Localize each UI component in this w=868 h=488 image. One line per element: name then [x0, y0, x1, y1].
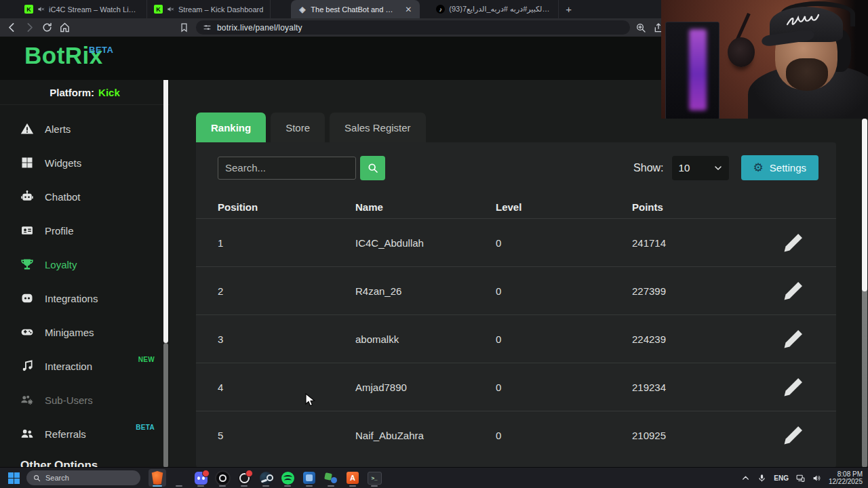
taskbar-app-steelseries[interactable]: [214, 469, 231, 487]
bookmark-icon[interactable]: [179, 22, 189, 33]
settings-label: Settings: [770, 162, 806, 174]
sidebar-item-sub-users[interactable]: Sub-Users: [0, 383, 170, 417]
url-text[interactable]: botrix.live/panel/loyalty: [217, 23, 302, 33]
gear-icon: ⚙: [753, 162, 764, 174]
sidebar-item-chatbot[interactable]: Chatbot: [0, 180, 170, 214]
main-content: RankingStoreSales Register Show: 10: [170, 80, 868, 468]
taskbar-search-icon: [33, 474, 41, 482]
chevron-down-icon: [714, 164, 722, 172]
sidebar-item-minigames[interactable]: Minigames: [0, 315, 170, 349]
tune-icon[interactable]: [203, 23, 212, 32]
notification-badge: [245, 470, 253, 477]
taskbar-app-brave[interactable]: [149, 469, 166, 487]
kick-favicon-icon: K: [154, 5, 163, 14]
sidebar-item-integrations[interactable]: Integrations: [0, 281, 170, 315]
sidebar-scrollbar-track[interactable]: [163, 343, 168, 468]
taskbar-app-photos[interactable]: [300, 469, 318, 487]
sidebar-item-interaction[interactable]: InteractionNEW: [0, 349, 170, 383]
music-icon: [20, 359, 34, 373]
taskbar-app-discord[interactable]: [192, 469, 210, 487]
page-scrollbar[interactable]: [861, 80, 868, 468]
cell-points: 241714: [632, 237, 781, 249]
users-icon: [20, 427, 34, 441]
network-icon[interactable]: [796, 474, 805, 483]
forward-icon[interactable]: [24, 22, 35, 33]
clock-time: 8:08 PM: [829, 470, 863, 478]
column-header: Name: [355, 201, 496, 213]
sidebar-item-referrals[interactable]: ReferralsBETA: [0, 417, 170, 451]
taskbar-app-steam[interactable]: [257, 469, 275, 487]
search-input[interactable]: [218, 157, 356, 180]
amd-icon: A: [347, 472, 359, 484]
sidebar-item-widgets[interactable]: Widgets: [0, 146, 170, 180]
sidebar-scrollbar-thumb[interactable]: [163, 80, 168, 343]
browser-tab[interactable]: KiC4C Stream – Watch Live on Kick: [18, 0, 147, 18]
sidebar-item-label: Minigames: [45, 327, 94, 338]
taskbar-app-obs[interactable]: [235, 469, 253, 487]
pencil-icon[interactable]: [781, 326, 806, 352]
sidebar-item-alerts[interactable]: Alerts: [0, 112, 170, 146]
taskbar-app-terminal[interactable]: >_: [366, 469, 383, 487]
url-bar[interactable]: botrix.live/panel/loyalty: [196, 20, 630, 35]
ranking-table: PositionNameLevelPoints1IC4C_Abdullah024…: [196, 195, 836, 459]
tab-sales-register[interactable]: Sales Register: [330, 113, 426, 142]
notification-badge: [202, 470, 210, 477]
cell-name: IC4C_Abdullah: [355, 237, 496, 249]
settings-button[interactable]: ⚙ Settings: [741, 155, 818, 180]
trophy-icon: [20, 258, 34, 271]
steelseries-icon: [215, 470, 231, 486]
browser-tab[interactable]: KStream – Kick Dashboard: [147, 0, 271, 18]
taskbar-search[interactable]: Search: [26, 470, 140, 485]
webcam-microphone: [728, 37, 755, 67]
search-icon: [368, 163, 378, 174]
brave-icon: [151, 471, 163, 485]
clock[interactable]: 8:08 PM 12/22/2025: [829, 470, 863, 485]
logo-beta-badge: BETA: [89, 45, 113, 55]
start-button[interactable]: [8, 472, 20, 484]
show-count-select[interactable]: 10: [672, 156, 729, 180]
close-icon[interactable]: ✕: [403, 5, 413, 14]
search-button[interactable]: [360, 156, 385, 180]
tab-store[interactable]: Store: [271, 113, 325, 142]
chevron-up-icon[interactable]: [741, 474, 750, 483]
chatbot-icon: [20, 190, 34, 203]
pencil-icon[interactable]: [781, 374, 806, 400]
taskbar-app-file-explorer[interactable]: [170, 469, 188, 487]
taskbar-app-sharex[interactable]: [322, 469, 340, 487]
home-icon[interactable]: [59, 22, 71, 33]
browser-tab[interactable]: ◈The best ChatBot and Widgets f✕: [291, 0, 420, 18]
column-header: Level: [496, 201, 632, 213]
tab-title: (93)مفرح الكبير#دربه #دربه_الدرايع7: [449, 5, 551, 14]
cell-points: 227399: [632, 285, 781, 297]
cell-points: 219234: [632, 382, 781, 393]
sidebar: Platform: Kick AlertsWidgetsChatbotProfi…: [0, 80, 170, 468]
sidebar-item-loyalty[interactable]: Loyalty: [0, 247, 170, 281]
reload-icon[interactable]: [41, 22, 53, 33]
pencil-icon[interactable]: [781, 422, 806, 448]
taskbar-search-label: Search: [45, 474, 69, 482]
muted-speaker-icon[interactable]: [37, 5, 45, 13]
speaker-icon[interactable]: [812, 474, 821, 483]
cell-position: 1: [218, 237, 355, 249]
alert-icon: [20, 122, 34, 136]
new-tab-button[interactable]: +: [559, 0, 578, 18]
back-icon[interactable]: [6, 22, 18, 33]
pencil-icon[interactable]: [781, 230, 806, 256]
tab-ranking[interactable]: Ranking: [196, 113, 266, 142]
browser-tab[interactable]: ♪(93)مفرح الكبير#دربه #دربه_الدرايع7: [429, 0, 559, 18]
pencil-icon[interactable]: [781, 278, 806, 304]
system-tray: ENG 8:08 PM 12/22/2025: [741, 470, 868, 485]
page-scrollbar-thumb[interactable]: [862, 119, 867, 291]
muted-speaker-icon[interactable]: [167, 5, 174, 13]
loyalty-card: Show: 10 ⚙ Settings PositionNameLevelPoi…: [196, 142, 836, 468]
language-indicator[interactable]: ENG: [774, 474, 789, 482]
sidebar-item-label: Loyalty: [45, 259, 77, 270]
taskbar-app-spotify[interactable]: [279, 469, 296, 487]
zoom-in-icon[interactable]: [635, 22, 646, 33]
sidebar-scrollbar[interactable]: [163, 80, 168, 468]
sidebar-item-profile[interactable]: Profile: [0, 214, 170, 247]
photos-icon: [303, 472, 315, 484]
cell-position: 5: [218, 430, 355, 441]
microphone-icon[interactable]: [757, 474, 766, 483]
taskbar-app-amd[interactable]: A: [344, 469, 361, 487]
